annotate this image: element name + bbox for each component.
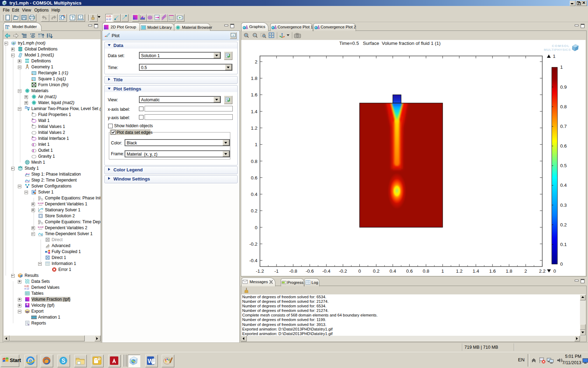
svg-text:COMSOL: COMSOL bbox=[552, 44, 570, 48]
svg-text:D: D bbox=[32, 136, 34, 138]
svg-text:e-12: e-12 bbox=[106, 18, 111, 20]
svg-text:1.6: 1.6 bbox=[489, 268, 496, 274]
svg-text:∂t: ∂t bbox=[38, 198, 40, 201]
svg-text:1.2: 1.2 bbox=[251, 125, 258, 131]
svg-text:D: D bbox=[32, 118, 34, 120]
svg-text:u,v,w: u,v,w bbox=[38, 225, 43, 229]
svg-text:S: S bbox=[62, 358, 65, 364]
svg-text:0: 0 bbox=[358, 268, 361, 274]
svg-text:0.8: 0.8 bbox=[251, 159, 258, 164]
svg-text:-0.4: -0.4 bbox=[249, 258, 258, 263]
svg-text:1.4: 1.4 bbox=[251, 109, 258, 114]
svg-text:1: 1 bbox=[553, 54, 556, 59]
svg-text:0.8: 0.8 bbox=[560, 104, 567, 109]
svg-text:?: ? bbox=[80, 15, 82, 19]
svg-text:0.4: 0.4 bbox=[390, 268, 396, 274]
svg-text:∂u: ∂u bbox=[38, 219, 41, 222]
svg-text:-1.2: -1.2 bbox=[256, 268, 264, 274]
svg-text:0.5: 0.5 bbox=[560, 163, 567, 168]
svg-text:∂u: ∂u bbox=[38, 196, 41, 198]
svg-text:-0.2: -0.2 bbox=[249, 241, 257, 247]
svg-text:D: D bbox=[32, 112, 34, 114]
svg-text:0.6: 0.6 bbox=[251, 175, 258, 180]
svg-text:1: 1 bbox=[560, 64, 563, 70]
svg-text:1.2: 1.2 bbox=[456, 268, 463, 274]
svg-text:0.2: 0.2 bbox=[373, 268, 380, 274]
svg-text:1.4: 1.4 bbox=[472, 268, 479, 274]
svg-text:0.2: 0.2 bbox=[251, 208, 258, 213]
svg-text:0: 0 bbox=[553, 268, 556, 274]
svg-text:0.6: 0.6 bbox=[560, 143, 567, 149]
svg-text:0.4: 0.4 bbox=[251, 192, 258, 197]
svg-text:e: e bbox=[29, 357, 32, 364]
svg-text:2: 2 bbox=[524, 268, 527, 274]
svg-text:0.7: 0.7 bbox=[560, 124, 567, 129]
svg-text:0.4: 0.4 bbox=[560, 183, 567, 188]
svg-text:0.6: 0.6 bbox=[406, 268, 413, 274]
svg-text:?: ? bbox=[71, 15, 74, 20]
svg-text:-0.4: -0.4 bbox=[322, 268, 331, 274]
svg-text:8.85: 8.85 bbox=[106, 15, 111, 18]
svg-text:1.6: 1.6 bbox=[251, 92, 258, 97]
svg-text:0.8: 0.8 bbox=[423, 268, 429, 274]
svg-text:1.8: 1.8 bbox=[251, 76, 258, 81]
svg-text:e-12: e-12 bbox=[24, 287, 29, 290]
svg-text:-0.6: -0.6 bbox=[306, 268, 314, 274]
svg-text:-1: -1 bbox=[274, 268, 279, 274]
svg-text:0: 0 bbox=[560, 261, 563, 267]
svg-text:1: 1 bbox=[255, 142, 258, 147]
svg-text:2.2: 2.2 bbox=[539, 268, 546, 274]
svg-text:-0.2: -0.2 bbox=[339, 268, 347, 274]
svg-text:Time=0.5 Surface Volume fra: Time=0.5 Surface Volume fraction of flui… bbox=[339, 41, 441, 46]
svg-text:0.2: 0.2 bbox=[560, 222, 567, 227]
svg-text:0.9: 0.9 bbox=[560, 84, 567, 90]
svg-text:-0.8: -0.8 bbox=[289, 268, 297, 274]
svg-text:1: 1 bbox=[441, 268, 444, 274]
svg-text:1.8: 1.8 bbox=[506, 268, 512, 274]
svg-text:8.85: 8.85 bbox=[24, 285, 29, 287]
svg-text:MULTIPHYSICS: MULTIPHYSICS bbox=[544, 48, 571, 52]
svg-text:∂t: ∂t bbox=[38, 222, 40, 225]
svg-text:0: 0 bbox=[255, 225, 258, 230]
svg-text:u,v,w: u,v,w bbox=[38, 202, 43, 205]
svg-text:0.1: 0.1 bbox=[560, 242, 567, 247]
svg-text:0.3: 0.3 bbox=[560, 203, 567, 208]
svg-text:?: ? bbox=[232, 34, 234, 37]
svg-text:2: 2 bbox=[255, 59, 258, 64]
svg-text:D: D bbox=[32, 124, 34, 126]
